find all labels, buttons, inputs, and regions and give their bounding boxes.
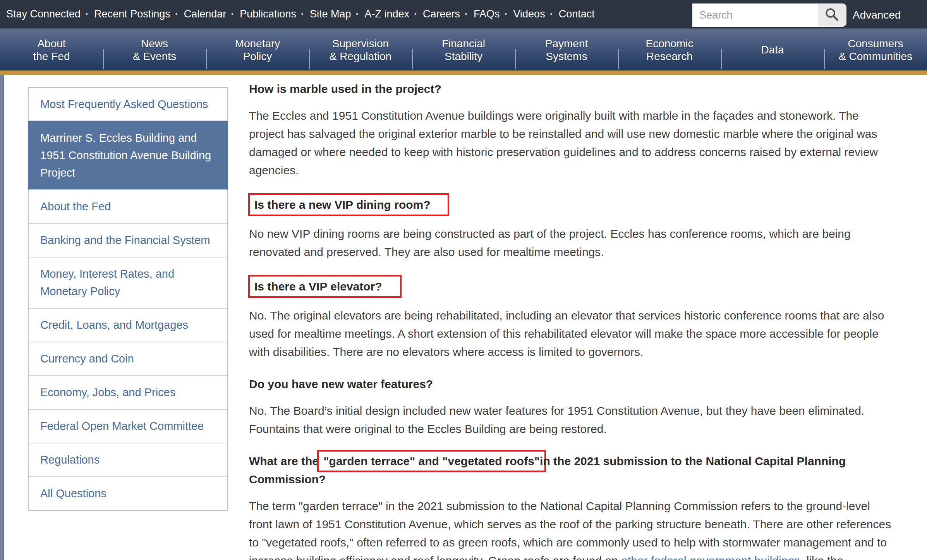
question-garden-prefix: What are the xyxy=(249,455,322,467)
topbar-link-az-index[interactable]: A-Z index xyxy=(355,8,409,20)
nav-item-supervision-regulation[interactable]: Supervision & Regulation xyxy=(309,29,412,70)
answer-garden-text: The term "garden terrace" in the 2021 su… xyxy=(249,500,891,560)
faq-content: How is marble used in the project? The E… xyxy=(249,76,895,560)
advanced-search-link[interactable]: Advanced xyxy=(853,3,901,27)
nav-label: Payment Systems xyxy=(545,37,588,63)
faq-category-sidebar: Most Frequently Asked Questions Marriner… xyxy=(28,87,228,511)
topbar-link-site-map[interactable]: Site Map xyxy=(301,8,351,20)
sidebar-item-most-frequently-asked[interactable]: Most Frequently Asked Questions xyxy=(29,88,227,121)
sidebar-item-credit-loans-mortgages[interactable]: Credit, Loans, and Mortgages xyxy=(29,308,227,342)
topbar-link-recent-postings[interactable]: Recent Postings xyxy=(85,8,170,20)
topbar-link-contact[interactable]: Contact xyxy=(550,8,595,20)
sidebar-item-about-the-fed[interactable]: About the Fed xyxy=(29,189,227,223)
nav-item-consumers-communities[interactable]: Consumers & Communities xyxy=(824,29,927,70)
nav-label: Consumers & Communities xyxy=(839,37,912,63)
answer-marble: The Eccles and 1951 Constitution Avenue … xyxy=(249,107,895,179)
search-button[interactable] xyxy=(818,3,846,27)
search-area: Advanced xyxy=(692,3,901,27)
red-annotation-box-dining: Is there a new VIP dining room? xyxy=(248,193,449,216)
nav-item-financial-stability[interactable]: Financial Stability xyxy=(412,29,515,70)
sidebar-item-economy-jobs-prices[interactable]: Economy, Jobs, and Prices xyxy=(29,375,227,409)
question-vip-elevator: Is there a VIP elevator? xyxy=(249,275,895,298)
topbar-link-stay-connected[interactable]: Stay Connected xyxy=(6,8,81,20)
topbar-link-videos[interactable]: Videos xyxy=(505,8,545,20)
nav-label: Monetary Policy xyxy=(235,37,280,63)
nav-label: Supervision & Regulation xyxy=(330,37,391,63)
sidebar-item-fomc[interactable]: Federal Open Market Committee xyxy=(29,409,227,443)
search-icon xyxy=(824,7,839,24)
nav-label: News & Events xyxy=(133,37,176,63)
topbar-link-faqs[interactable]: FAQs xyxy=(465,8,500,20)
sidebar-item-all-questions[interactable]: All Questions xyxy=(29,476,227,510)
question-vip-dining: Is there a new VIP dining room? xyxy=(249,193,895,216)
answer-water-features: No. The Board’s initial design included … xyxy=(249,402,895,438)
main-navigation: About the Fed News & Events Monetary Pol… xyxy=(0,28,927,70)
sidebar-item-banking-financial-system[interactable]: Banking and the Financial System xyxy=(29,223,227,257)
red-annotation-box-garden-terrace: "garden terrace" and "vegetated roofs" xyxy=(317,450,546,472)
question-garden-terrace: What are the "garden terrace" and "veget… xyxy=(249,452,895,488)
sidebar-item-currency-and-coin[interactable]: Currency and Coin xyxy=(29,342,227,375)
topbar-link-publications[interactable]: Publications xyxy=(231,8,296,20)
nav-item-payment-systems[interactable]: Payment Systems xyxy=(515,29,618,70)
search-input[interactable] xyxy=(692,3,818,27)
nav-item-monetary-policy[interactable]: Monetary Policy xyxy=(206,29,309,70)
answer-garden-terrace: The term "garden terrace" in the 2021 su… xyxy=(249,497,895,560)
nav-label: About the Fed xyxy=(33,37,70,63)
topbar-link-calendar[interactable]: Calendar xyxy=(175,8,227,20)
left-scrollbar[interactable] xyxy=(0,75,4,560)
nav-item-economic-research[interactable]: Economic Research xyxy=(618,29,721,70)
red-annotation-box-elevator: Is there a VIP elevator? xyxy=(248,275,402,298)
question-water-features: Do you have new water features? xyxy=(249,375,895,393)
nav-item-news-events[interactable]: News & Events xyxy=(103,29,206,70)
nav-label: Data xyxy=(761,43,784,56)
gold-divider xyxy=(0,70,927,75)
nav-item-data[interactable]: Data xyxy=(721,29,824,70)
sidebar-item-regulations[interactable]: Regulations xyxy=(29,443,227,476)
nav-label: Economic Research xyxy=(646,37,694,63)
sidebar-item-eccles-building-project[interactable]: Marriner S. Eccles Building and 1951 Con… xyxy=(28,120,228,190)
nav-item-about-the-fed[interactable]: About the Fed xyxy=(0,29,103,70)
answer-vip-dining: No new VIP dining rooms are being constr… xyxy=(249,225,895,261)
question-marble: How is marble used in the project? xyxy=(249,80,895,98)
sidebar-item-money-interest-rates[interactable]: Money, Interest Rates, and Monetary Poli… xyxy=(29,257,227,308)
federal-buildings-link[interactable]: other federal government buildings xyxy=(621,554,800,560)
answer-vip-elevator: No. The original elevators are being reh… xyxy=(249,306,895,361)
nav-label: Financial Stability xyxy=(442,37,485,63)
topbar-link-careers[interactable]: Careers xyxy=(414,8,460,20)
